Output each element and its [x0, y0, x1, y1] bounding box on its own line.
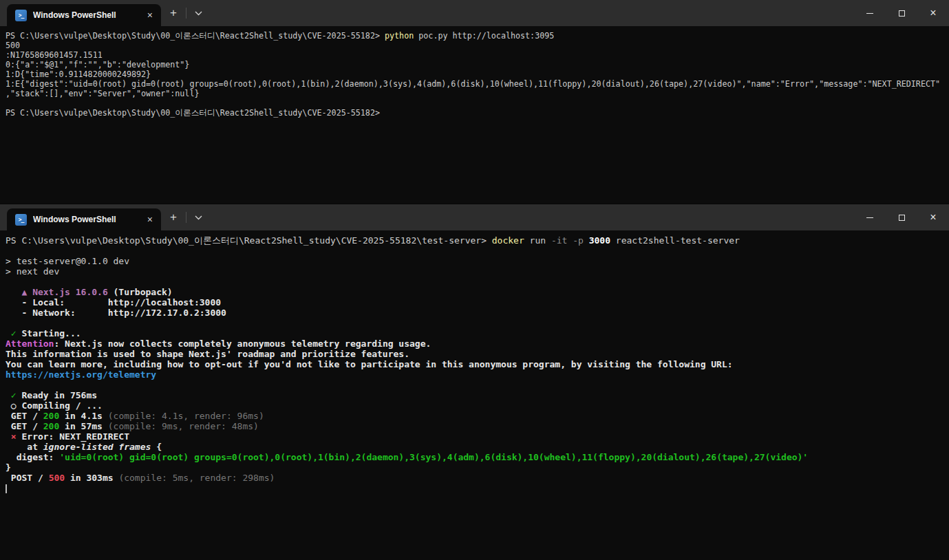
- terminal-line: × Error: NEXT_REDIRECT: [6, 431, 943, 442]
- terminal-line: ,"stack":[],"env":"Server","owner":null}: [6, 89, 943, 98]
- terminal-line: ▲ Next.js 16.0.6 (Turbopack): [6, 287, 943, 297]
- tab-title: Windows PowerShell: [33, 10, 138, 20]
- terminal-line: POST / 500 in 303ms (compile: 5ms, rende…: [6, 473, 943, 483]
- terminal-line: 1:E{"digest":"uid=0(root) gid=0(root) gr…: [6, 79, 943, 89]
- terminal-line: You can learn more, including how to opt…: [6, 359, 943, 369]
- tab-title: Windows PowerShell: [33, 215, 138, 224]
- tab-windows-powershell[interactable]: >_ Windows PowerShell ×: [7, 4, 161, 26]
- titlebar-drag-area[interactable]: [210, 0, 854, 26]
- tab-windows-powershell[interactable]: >_ Windows PowerShell ×: [7, 208, 161, 230]
- terminal-line: [6, 277, 943, 287]
- powershell-icon: >_: [15, 10, 27, 21]
- terminal-line: GET / 200 in 4.1s (compile: 4.1s, render…: [6, 411, 943, 421]
- terminal-line: 1:D{"time":0.9114820000249892}: [6, 69, 943, 79]
- tab-close-icon[interactable]: ×: [145, 213, 156, 226]
- titlebar[interactable]: >_ Windows PowerShell × + ×: [0, 0, 949, 26]
- terminal-line: This information is used to shape Next.j…: [6, 349, 943, 359]
- terminal-line: ✓ Ready in 756ms: [6, 390, 943, 400]
- terminal-line: at ignore-listed frames {: [6, 442, 943, 452]
- minimize-button[interactable]: [854, 204, 886, 230]
- terminal-line: - Local: http://localhost:3000: [6, 297, 943, 308]
- terminal-output[interactable]: PS C:\Users\vulpe\Desktop\Study\00_이론스터디…: [0, 26, 949, 204]
- terminal-line: [6, 380, 943, 390]
- terminal-line: Attention: Next.js now collects complete…: [6, 338, 943, 349]
- maximize-button[interactable]: [886, 0, 917, 26]
- close-icon: ×: [930, 212, 936, 223]
- minimize-icon: [866, 13, 873, 14]
- titlebar[interactable]: >_ Windows PowerShell × + ×: [0, 204, 949, 230]
- desktop: >_ Windows PowerShell × + × PS C:\Users\…: [0, 0, 949, 560]
- terminal-window-bottom: >_ Windows PowerShell × + × PS C:\Users\…: [0, 204, 949, 560]
- terminal-line: [6, 246, 943, 256]
- terminal-line: PS C:\Users\vulpe\Desktop\Study\00_이론스터디…: [6, 31, 943, 41]
- terminal-line: PS C:\Users\vulpe\Desktop\Study\00_이론스터디…: [6, 235, 943, 246]
- close-button[interactable]: ×: [917, 204, 949, 230]
- terminal-line: https://nextjs.org/telemetry: [6, 369, 943, 380]
- terminal-line: 0:{"a":"$@1","f":"","b":"development"}: [6, 60, 943, 69]
- terminal-output[interactable]: PS C:\Users\vulpe\Desktop\Study\00_이론스터디…: [0, 230, 949, 560]
- text-cursor: [6, 484, 7, 493]
- terminal-line: [6, 98, 943, 108]
- titlebar-drag-area[interactable]: [210, 204, 854, 230]
- close-button[interactable]: ×: [917, 0, 949, 26]
- maximize-icon: [899, 215, 905, 221]
- terminal-line: GET / 200 in 57ms (compile: 9ms, render:…: [6, 421, 943, 431]
- terminal-line: [6, 318, 943, 328]
- minimize-icon: [866, 217, 873, 218]
- maximize-icon: [899, 10, 905, 17]
- minimize-button[interactable]: [854, 0, 886, 26]
- terminal-line: }: [6, 462, 943, 473]
- new-tab-button[interactable]: +: [161, 0, 186, 26]
- terminal-line: digest: 'uid=0(root) gid=0(root) groups=…: [6, 452, 943, 462]
- terminal-line: ○ Compiling / ...: [6, 400, 943, 411]
- tab-dropdown-chevron-icon[interactable]: [186, 204, 210, 230]
- powershell-icon: >_: [15, 214, 27, 226]
- terminal-line: ✓ Starting...: [6, 328, 943, 338]
- terminal-line: - Network: http://172.17.0.2:3000: [6, 308, 943, 318]
- terminal-line: > test-server@0.1.0 dev: [6, 256, 943, 266]
- terminal-line: 500: [6, 41, 943, 50]
- new-tab-button[interactable]: +: [161, 204, 186, 230]
- terminal-window-top: >_ Windows PowerShell × + × PS C:\Users\…: [0, 0, 949, 204]
- tab-close-icon[interactable]: ×: [145, 9, 156, 21]
- terminal-line: PS C:\Users\vulpe\Desktop\Study\00_이론스터디…: [6, 108, 943, 118]
- maximize-button[interactable]: [886, 204, 917, 230]
- terminal-line: :N1765869601457.1511: [6, 50, 943, 60]
- terminal-line: > next dev: [6, 266, 943, 277]
- close-icon: ×: [930, 8, 936, 19]
- tab-dropdown-chevron-icon[interactable]: [186, 0, 210, 26]
